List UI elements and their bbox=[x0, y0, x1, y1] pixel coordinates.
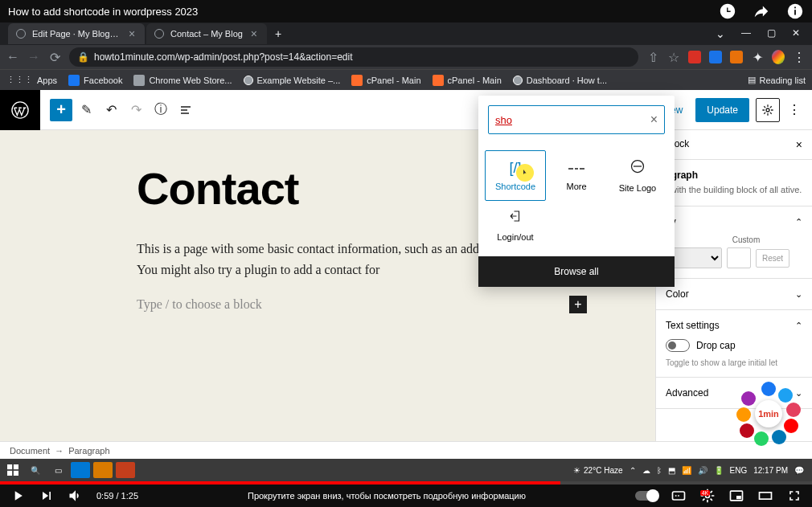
reset-button[interactable]: Reset bbox=[756, 249, 789, 268]
menu-icon[interactable]: ⋮ bbox=[793, 51, 806, 63]
close-icon[interactable]: × bbox=[249, 29, 259, 39]
breadcrumb-block[interactable]: Paragraph bbox=[68, 446, 109, 456]
wordpress-logo[interactable] bbox=[0, 90, 40, 130]
share-icon[interactable] bbox=[753, 2, 770, 20]
inserter-item-label: Login/out bbox=[497, 232, 533, 242]
svg-rect-1 bbox=[794, 10, 796, 14]
new-tab-button[interactable]: + bbox=[269, 27, 288, 40]
clear-search-icon[interactable]: × bbox=[650, 112, 658, 127]
weather-widget[interactable]: ☀ 22°C Haze bbox=[573, 466, 622, 475]
bookmark-item[interactable]: Chrome Web Store... bbox=[133, 75, 232, 86]
reload-icon[interactable]: ⟳ bbox=[48, 51, 61, 63]
bookmark-item[interactable]: Dashboard · How t... bbox=[513, 76, 607, 85]
apps-button[interactable]: ⋮⋮⋮ Apps bbox=[6, 75, 57, 85]
chevron-up-icon[interactable]: ⌃ bbox=[795, 321, 802, 331]
block-placeholder[interactable]: Type / to choose a block bbox=[137, 297, 569, 312]
window-close-icon[interactable]: ✕ bbox=[792, 27, 800, 40]
chevron-up-icon[interactable]: ⌃ bbox=[795, 217, 802, 227]
star-icon[interactable]: ☆ bbox=[667, 51, 680, 63]
inserter-item-loginout[interactable]: Login/out bbox=[485, 201, 546, 250]
captions-icon[interactable] bbox=[671, 488, 687, 504]
volume-icon[interactable]: 🔊 bbox=[698, 466, 707, 475]
inserter-search-input[interactable] bbox=[495, 114, 650, 126]
url-field[interactable]: 🔒 howto1minute.com/wp-admin/post.php?pos… bbox=[69, 47, 638, 67]
theater-icon[interactable] bbox=[757, 488, 773, 504]
search-icon[interactable]: 🔍 bbox=[26, 461, 45, 479]
bookmark-label: Dashboard · How t... bbox=[527, 76, 607, 85]
watch-later-icon[interactable] bbox=[719, 2, 736, 20]
inserter-item-sitelogo[interactable]: Site Logo bbox=[607, 150, 668, 201]
next-button[interactable] bbox=[39, 488, 55, 504]
inserter-item-label: Shortcode bbox=[495, 182, 535, 191]
login-out-icon bbox=[508, 209, 523, 227]
language-indicator[interactable]: ENG bbox=[730, 466, 748, 475]
video-progress-bar[interactable] bbox=[0, 481, 812, 485]
close-sidebar-icon[interactable]: × bbox=[796, 138, 802, 151]
update-button[interactable]: Update bbox=[695, 98, 749, 122]
tray-chevron-icon[interactable]: ⌃ bbox=[630, 466, 636, 475]
details-icon[interactable]: ⓘ bbox=[150, 99, 172, 121]
list-view-icon[interactable] bbox=[174, 99, 197, 121]
inserter-item-more[interactable]: More bbox=[546, 150, 607, 201]
redo-icon[interactable]: ↷ bbox=[125, 99, 147, 121]
taskbar-app[interactable] bbox=[71, 462, 90, 478]
breadcrumb-doc[interactable]: Document bbox=[10, 446, 50, 456]
window-maximize-icon[interactable]: ▢ bbox=[767, 27, 776, 40]
undo-icon[interactable]: ↶ bbox=[100, 99, 122, 121]
forward-icon[interactable]: → bbox=[27, 51, 40, 63]
color-panel-label: Color bbox=[666, 288, 689, 300]
onedrive-icon[interactable]: ☁ bbox=[642, 466, 650, 475]
extension-icon[interactable] bbox=[730, 51, 743, 63]
bookmark-item[interactable]: Example Website –... bbox=[244, 76, 341, 85]
chevron-down-icon[interactable]: ⌄ bbox=[795, 289, 802, 300]
extension-icon[interactable] bbox=[709, 51, 722, 63]
more-block-icon bbox=[567, 160, 586, 177]
reading-list[interactable]: ▤Reading list bbox=[748, 75, 806, 85]
autoplay-toggle[interactable] bbox=[635, 491, 658, 501]
taskview-icon[interactable]: ▭ bbox=[48, 461, 68, 479]
window-minimize-icon[interactable]: — bbox=[741, 27, 751, 40]
play-button[interactable] bbox=[10, 488, 26, 504]
clock[interactable]: 12:17 PM bbox=[753, 466, 788, 475]
fullscreen-icon[interactable] bbox=[786, 488, 802, 504]
browser-tab-active[interactable]: Edit Page · My Blog — WordPre × bbox=[8, 23, 145, 44]
promo-overlay[interactable]: 1min bbox=[740, 385, 798, 443]
tray-icon[interactable]: ⬒ bbox=[668, 466, 675, 475]
notifications-icon[interactable]: 💬 bbox=[794, 466, 804, 475]
battery-icon[interactable]: 🔋 bbox=[714, 466, 724, 475]
reading-list-icon: ▤ bbox=[748, 75, 756, 85]
drop-cap-toggle[interactable] bbox=[666, 339, 690, 352]
svg-rect-9 bbox=[14, 471, 18, 476]
more-options-icon[interactable]: ⋮ bbox=[786, 98, 802, 122]
inserter-item-shortcode[interactable]: [/] Shortcode bbox=[485, 150, 546, 201]
bluetooth-icon[interactable]: ᛒ bbox=[657, 466, 662, 475]
breadcrumb: Document → Paragraph bbox=[0, 441, 812, 459]
volume-icon[interactable] bbox=[68, 488, 84, 504]
add-block-button[interactable]: + bbox=[50, 99, 72, 121]
window-minimize-icon[interactable]: ⌄ bbox=[716, 27, 725, 40]
browse-all-button[interactable]: Browse all bbox=[478, 256, 675, 287]
settings-icon[interactable]: 4K bbox=[699, 488, 716, 504]
bookmark-item[interactable]: Facebook bbox=[68, 75, 122, 86]
browser-tab[interactable]: Contact – My Blog × bbox=[146, 23, 267, 44]
bookmark-item[interactable]: cPanel - Main bbox=[351, 75, 420, 86]
share-icon[interactable]: ⇧ bbox=[646, 51, 659, 63]
info-icon[interactable] bbox=[786, 2, 804, 20]
close-icon[interactable]: × bbox=[127, 29, 137, 39]
network-icon[interactable]: 📶 bbox=[682, 466, 691, 475]
youtube-controls: 0:59 / 1:25 Прокрутите экран вниз, чтобы… bbox=[0, 485, 812, 507]
font-size-input[interactable] bbox=[727, 247, 751, 268]
settings-button[interactable] bbox=[756, 98, 780, 122]
breadcrumb-separator: → bbox=[55, 446, 64, 456]
taskbar-app[interactable] bbox=[93, 462, 113, 478]
profile-icon[interactable] bbox=[772, 51, 785, 63]
bookmark-item[interactable]: cPanel - Main bbox=[433, 75, 502, 86]
inline-add-block-button[interactable]: + bbox=[569, 296, 587, 313]
miniplayer-icon[interactable] bbox=[728, 488, 744, 504]
edit-tool-icon[interactable]: ✎ bbox=[75, 99, 97, 121]
extensions-icon[interactable]: ✦ bbox=[751, 51, 764, 63]
extension-icon[interactable] bbox=[688, 51, 701, 63]
start-button[interactable] bbox=[3, 461, 23, 479]
taskbar-app[interactable] bbox=[116, 462, 135, 478]
back-icon[interactable]: ← bbox=[6, 51, 19, 63]
